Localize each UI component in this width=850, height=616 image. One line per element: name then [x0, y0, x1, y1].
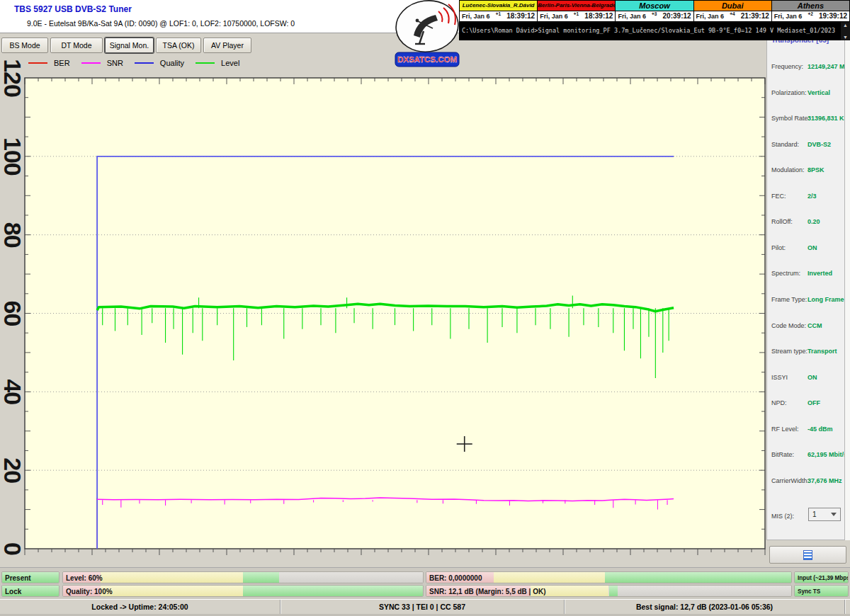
chart-legend: BERSNRQualityLevel	[28, 59, 251, 67]
mis-selected-value: 1	[812, 511, 817, 518]
mis-label: MIS (2):	[771, 513, 794, 520]
scroll-down-icon[interactable]: ▼	[843, 35, 848, 40]
clock-time: 19:39:12	[819, 12, 847, 20]
transponder-field-issyi: ISSYION	[767, 374, 844, 383]
field-label: Pilot:	[771, 244, 786, 251]
field-value: ON	[808, 244, 817, 251]
field-label: Symbol Rate:	[771, 115, 810, 122]
ber-progressbar: BER: 0,0000000	[426, 571, 792, 583]
transponder-field-stream-type: Stream type:Transport	[767, 348, 844, 357]
clock-utc-offset: +4	[730, 11, 735, 16]
tab-signal-mon[interactable]: Signal Mon.	[105, 38, 154, 53]
bar-label: SNR: 12,1 dB (Margin: 5,5 dB | OK)	[429, 587, 545, 595]
clock-utc-offset: +1	[496, 11, 501, 16]
transponder-field-spectrum: Spectrum:Inverted	[767, 270, 844, 279]
field-label: Stream type:	[771, 348, 808, 355]
transponder-field-pilot: Pilot:ON	[767, 244, 844, 253]
quality-progressbar: Quality: 100%	[62, 585, 424, 597]
clock-utc-offset: +3	[652, 11, 657, 16]
transponder-field-polarization: Polarization:Vertical	[767, 89, 844, 98]
tab-dt-mode[interactable]: DT Mode	[50, 38, 103, 53]
tab-tsa-ok[interactable]: TSA (OK)	[156, 38, 201, 53]
field-label: Frequency:	[771, 63, 803, 70]
field-value: 2/3	[808, 193, 817, 200]
field-value: -45 dBm	[808, 426, 833, 433]
bar-segment-yellow	[494, 572, 605, 583]
scroll-up-icon[interactable]: ▲	[843, 23, 848, 28]
field-label: RollOff:	[771, 218, 793, 225]
clock-date: Fri, Jan 6	[696, 13, 725, 20]
console-window: C:\Users\Roman Dávid>Signal monitoring_P…	[459, 22, 850, 40]
clock-city-label: Moscow	[616, 1, 693, 11]
bar-label: Quality: 100%	[66, 587, 113, 595]
field-value: OFF	[808, 399, 820, 406]
svg-text:80: 80	[0, 222, 26, 248]
transponder-field-standard: Standard:DVB-S2	[767, 141, 844, 150]
console-scrollbar[interactable]: ▲ ▼	[841, 22, 850, 40]
clock-city-label: Berlin-Paris-Vienna-Belgrade	[538, 1, 615, 11]
transponder-field-symbol-rate: Symbol Rate:31396,831 KS/s	[767, 115, 844, 124]
status-bar: Locked -> Uptime: 24:05:00 SYNC 33 | TEI…	[0, 599, 850, 614]
console-text: C:\Users\Roman Dávid>Signal monitoring_P…	[462, 27, 839, 34]
field-value: Inverted	[808, 270, 832, 277]
legend-item-quality: Quality	[135, 59, 184, 67]
field-value: CCM	[808, 322, 822, 329]
transponder-field-frame-type: Frame Type:Long Frame	[767, 296, 844, 305]
field-label: Spectrum:	[771, 270, 800, 277]
field-label: Frame Type:	[771, 296, 807, 303]
bar-segment-empty	[618, 586, 791, 596]
svg-text:40: 40	[0, 379, 26, 404]
field-value: Vertical	[808, 89, 830, 96]
field-label: ISSYI	[771, 374, 788, 381]
dxsatcs-text: DXSATCS.COM	[397, 55, 457, 64]
transponder-field-bitrate: BitRate:62,195 Mbit/s	[767, 451, 844, 460]
clock-time-row: Fri, Jan 6+421:39:12	[694, 11, 771, 21]
legend-label: SNR	[107, 59, 123, 67]
panel-right-gutter	[845, 39, 850, 540]
clock-column-1: Lučenec-Slovakia_R.DávidFri, Jan 6+118:3…	[460, 1, 537, 21]
snr-progressbar: SNR: 12,1 dB (Margin: 5,5 dB | OK)	[426, 585, 792, 597]
clock-time-row: Fri, Jan 6+118:39:12	[538, 11, 615, 21]
clock-time: 21:39:12	[741, 12, 769, 20]
clock-time: 18:39:12	[506, 12, 535, 20]
field-value: Transport	[808, 348, 837, 355]
bar-segment-green	[609, 586, 618, 596]
tab-av-player[interactable]: AV Player	[203, 38, 251, 53]
status-uptime: Locked -> Uptime: 24:05:00	[0, 600, 280, 614]
field-label: Standard:	[771, 141, 799, 148]
field-value: 8PSK	[808, 166, 824, 173]
field-value: ON	[808, 374, 817, 381]
field-value: 12149,247 MHz	[808, 63, 845, 70]
bar-label: Level: 60%	[66, 574, 103, 581]
lock-indicator: Lock	[1, 585, 60, 597]
field-label: NPD:	[771, 399, 787, 406]
bar-segment-green	[605, 572, 791, 583]
dxsatcs-banner: DXSATCS.COM	[395, 52, 459, 67]
bar-label: Lock	[5, 587, 21, 595]
bar-segment-green	[243, 572, 279, 583]
present-indicator: Present	[1, 571, 60, 583]
legend-label: Level	[221, 59, 239, 67]
field-label: BitRate:	[771, 451, 794, 458]
bar-segment-yellow	[101, 572, 243, 583]
world-clock-strip: Lučenec-Slovakia_R.DávidFri, Jan 6+118:3…	[459, 0, 850, 22]
svg-text:0: 0	[0, 542, 26, 555]
legend-label: BER	[54, 59, 70, 67]
legend-item-ber: BER	[28, 59, 70, 67]
mis-select[interactable]: 1	[808, 508, 841, 521]
clock-utc-offset: +2	[808, 11, 812, 16]
clock-time-row: Fri, Jan 6+118:39:12	[460, 11, 537, 21]
svg-text:20: 20	[0, 457, 26, 483]
clock-date: Fri, Jan 6	[618, 13, 646, 20]
field-label: FEC:	[771, 193, 786, 200]
field-label: Modulation:	[771, 166, 805, 173]
clock-time-row: Fri, Jan 6+320:39:12	[616, 11, 693, 21]
field-value: 37,676 MHz	[808, 477, 842, 484]
tab-bs-mode[interactable]: BS Mode	[1, 38, 48, 53]
field-value: 0.20	[808, 218, 820, 225]
clock-date: Fri, Jan 6	[774, 13, 803, 20]
transponder-field-npd: NPD:OFF	[767, 399, 844, 409]
transponder-list-button[interactable]	[769, 546, 846, 564]
signal-chart[interactable]: 020406080100120	[0, 0, 766, 568]
legend-line-swatch	[196, 62, 215, 64]
